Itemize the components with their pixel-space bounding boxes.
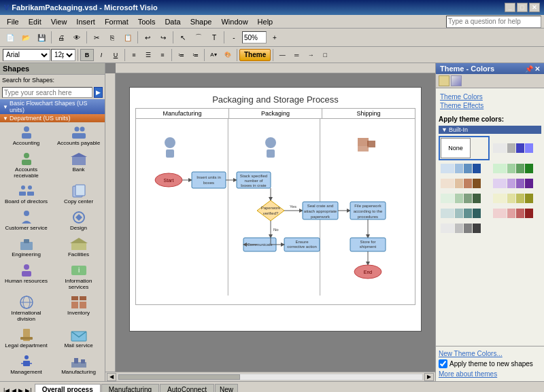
shape-item-accounts-receivable[interactable]: Accounts receivable <box>0 149 52 181</box>
minimize-button[interactable]: _ <box>505 3 515 12</box>
align-left-button[interactable]: ≡ <box>127 49 141 61</box>
tab-nav-prev[interactable]: ◀ <box>11 387 17 392</box>
shape-item-international[interactable]: International division <box>0 292 52 325</box>
menu-help[interactable]: Help <box>254 16 277 27</box>
shape-item-board[interactable]: Board of directors <box>0 181 52 207</box>
line-weight-button[interactable]: ═ <box>290 49 303 61</box>
undo-button[interactable]: ↩ <box>140 31 155 44</box>
swatch-7[interactable] <box>491 192 542 205</box>
menu-window[interactable]: Window <box>217 16 252 27</box>
swatch-1[interactable] <box>491 136 542 160</box>
theme-effects-link[interactable]: Theme Effects <box>440 101 540 110</box>
connector-tool[interactable]: ⌒ <box>191 31 206 44</box>
theme-pin-button[interactable]: 📌 <box>525 65 533 73</box>
underline-button[interactable]: U <box>109 49 122 61</box>
tab-autoconnect[interactable]: AutoConnect <box>160 384 214 392</box>
redo-button[interactable]: ↪ <box>156 31 171 44</box>
shape-item-legal[interactable]: Legal department <box>0 325 52 351</box>
swatch-10[interactable] <box>439 221 490 235</box>
print-button[interactable]: 🖨 <box>54 31 69 44</box>
font-color-button[interactable]: A▾ <box>207 49 220 61</box>
shape-item-mail[interactable]: Mail service <box>52 325 105 351</box>
more-themes-link[interactable]: More about themes <box>439 370 541 378</box>
font-size-select[interactable]: 12pt. <box>51 49 75 61</box>
tab-nav-next[interactable]: ▶ <box>18 387 24 392</box>
shape-item-bank[interactable]: Bank <box>52 149 105 181</box>
theme-colors-link[interactable]: Theme Colors <box>440 92 540 101</box>
basic-flowchart-section[interactable]: ▼ Basic Flowchart Shapes (US units) <box>0 99 105 114</box>
swatch-4[interactable] <box>439 177 490 190</box>
menu-tools[interactable]: Tools <box>134 16 160 27</box>
new-theme-colors-link[interactable]: New Theme Colors... <box>439 349 541 358</box>
save-button[interactable]: 💾 <box>34 31 49 44</box>
zoom-in-button[interactable]: + <box>267 31 282 44</box>
shape-item-copy-center[interactable]: Copy center <box>52 181 105 207</box>
theme-button[interactable]: Theme <box>239 49 271 61</box>
scroll-left-button[interactable]: ◀ <box>107 373 116 381</box>
department-section[interactable]: ▼ Department (US units) <box>0 114 105 122</box>
theme-close-button[interactable]: ✕ <box>534 65 540 73</box>
zoom-out-button[interactable]: - <box>226 31 241 44</box>
shape-item-information-services[interactable]: i Information services <box>52 260 105 293</box>
swatch-5[interactable] <box>491 177 542 190</box>
shapes-search-input[interactable] <box>2 87 92 98</box>
swatch-2[interactable] <box>439 162 490 175</box>
shape-item-marketing[interactable]: Marketing <box>0 378 52 381</box>
close-button[interactable]: ✕ <box>529 3 540 12</box>
help-search-input[interactable] <box>446 16 541 28</box>
scroll-thumb[interactable] <box>118 374 240 380</box>
shape-item-human-resources[interactable]: Human resources <box>0 260 52 293</box>
italic-button[interactable]: I <box>95 49 108 61</box>
copy-button[interactable]: ⎘ <box>105 31 120 44</box>
line-style-button[interactable]: — <box>275 49 289 61</box>
tab-new[interactable]: New <box>215 384 238 392</box>
theme-effect-icon[interactable] <box>451 75 462 86</box>
shape-item-accounting[interactable]: Accounting <box>0 122 52 149</box>
swatch-none[interactable]: None <box>439 136 490 160</box>
menu-file[interactable]: File <box>3 16 23 27</box>
maximize-button[interactable]: □ <box>517 3 528 12</box>
paste-button[interactable]: 📋 <box>120 31 135 44</box>
canvas-scroll[interactable]: Packaging and Storage Process Manufactur… <box>116 73 435 372</box>
line-end-button[interactable]: → <box>304 49 318 61</box>
numbered-button[interactable]: ≔ <box>188 49 202 61</box>
new-button[interactable]: 📄 <box>3 31 18 44</box>
tab-nav-last[interactable]: ▶| <box>24 387 32 392</box>
tab-nav-first[interactable]: |◀ <box>3 387 10 392</box>
shape-item-accounts-payable[interactable]: Accounts payable <box>52 122 105 149</box>
shape-item-inventory[interactable]: Inventory <box>52 292 105 325</box>
tab-overall-process[interactable]: Overall process <box>35 384 101 392</box>
shapes-search-go[interactable]: ▶ <box>94 87 103 98</box>
menu-view[interactable]: View <box>47 16 71 27</box>
shape-item-engineering[interactable]: Engineering <box>0 234 52 260</box>
zoom-input[interactable] <box>242 31 267 43</box>
menu-edit[interactable]: Edit <box>24 16 46 27</box>
shadow-button[interactable]: □ <box>318 49 332 61</box>
shape-item-management[interactable]: Management <box>0 351 52 378</box>
align-center-button[interactable]: ☰ <box>141 49 155 61</box>
menu-insert[interactable]: Insert <box>72 16 99 27</box>
scroll-right-button[interactable]: ▶ <box>424 373 434 381</box>
swatch-6[interactable] <box>439 192 490 205</box>
align-right-button[interactable]: ≡ <box>156 49 169 61</box>
shape-item-design[interactable]: Design <box>52 207 105 234</box>
horizontal-scrollbar[interactable]: ◀ ▶ <box>105 372 435 381</box>
menu-shape[interactable]: Shape <box>186 16 216 27</box>
fill-color-button[interactable]: 🎨 <box>221 49 235 61</box>
shape-item-manufacturing[interactable]: Manufacturing <box>52 351 105 378</box>
menu-data[interactable]: Data <box>160 16 184 27</box>
swatch-8[interactable] <box>439 207 490 220</box>
preview-button[interactable]: 👁 <box>69 31 84 44</box>
menu-format[interactable]: Format <box>101 16 133 27</box>
text-tool[interactable]: T <box>207 31 222 44</box>
scroll-track[interactable] <box>118 374 423 380</box>
tab-manufacturing[interactable]: Manufacturing <box>101 384 159 392</box>
shape-item-facilities[interactable]: Facilities <box>52 234 105 260</box>
font-name-select[interactable]: Arial <box>3 49 50 61</box>
shape-item-motorpool[interactable]: Motorpool <box>52 378 105 381</box>
apply-theme-checkbox[interactable] <box>439 359 447 368</box>
cut-button[interactable]: ✂ <box>89 31 104 44</box>
open-button[interactable]: 📂 <box>18 31 33 44</box>
theme-color-icon[interactable] <box>439 75 449 86</box>
shape-item-customer-service[interactable]: Customer service <box>0 207 52 234</box>
